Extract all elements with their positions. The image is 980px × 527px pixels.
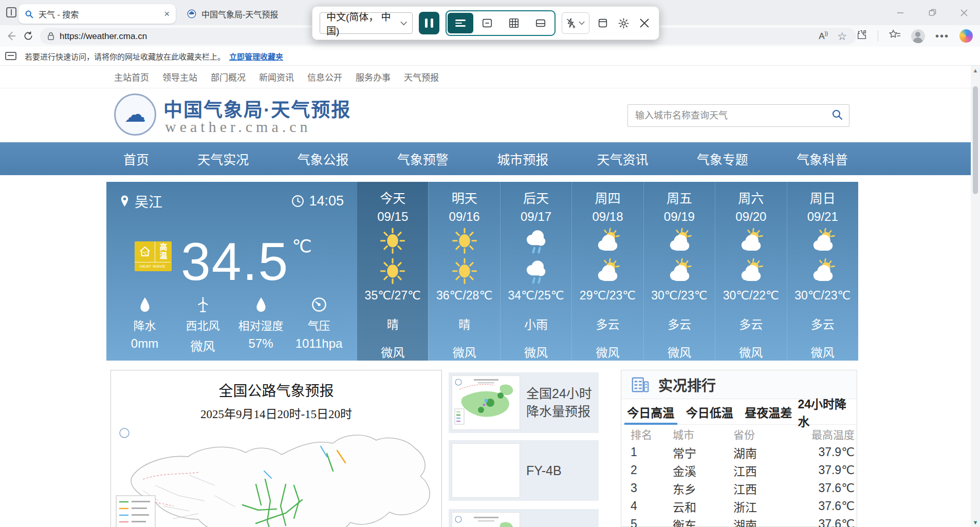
search-icon[interactable] bbox=[831, 109, 843, 122]
stat-wind: 西北风 微风 bbox=[174, 296, 232, 354]
site-nav-overview[interactable]: 部门概况 bbox=[211, 70, 246, 83]
forecast-date: 09/15 bbox=[377, 210, 408, 224]
favorite-star-icon[interactable]: ☆ bbox=[837, 30, 847, 43]
forecast-day: 周六 bbox=[738, 188, 764, 206]
toolbar-right-icons: ••• bbox=[856, 27, 973, 45]
forecast-column[interactable]: 明天 09/16 36℃/28℃ 晴 微风 bbox=[428, 182, 500, 361]
language-select[interactable]: 中文(简体， 中国) bbox=[320, 12, 413, 34]
site-nav-info[interactable]: 信息公开 bbox=[307, 70, 342, 83]
forecast-condition: 多云 bbox=[811, 315, 835, 332]
observation-time: 14:05 bbox=[309, 193, 344, 209]
ranking-tabs: 今日高温 今日低温 昼夜温差 24小时降水 bbox=[621, 399, 857, 425]
site-nav-forecast[interactable]: 天气预报 bbox=[404, 70, 439, 83]
close-window-button[interactable] bbox=[948, 0, 980, 25]
table-row[interactable]: 4云和 浙江37.6℃ bbox=[621, 497, 857, 515]
road-weather-map-card[interactable]: 全国公路气象预报 2025年9月14日20时-15日20时 bbox=[110, 370, 442, 527]
minimize-button[interactable] bbox=[884, 0, 916, 25]
scrollbar-thumb[interactable] bbox=[973, 86, 978, 194]
tab-cma-weather[interactable]: 中国气象局-天气预报 bbox=[181, 4, 309, 24]
site-nav-services[interactable]: 服务办事 bbox=[356, 70, 391, 83]
forecast-column[interactable]: 周日 09/21 30℃/23℃ 多云 微风 bbox=[787, 182, 858, 361]
satellite-image-card[interactable]: FY-4B bbox=[449, 440, 599, 501]
heat-wave-warning-badge[interactable]: ℃ 高温 HEAT WAVE bbox=[135, 241, 172, 271]
copilot-icon[interactable] bbox=[959, 29, 973, 43]
open-in-window-icon[interactable] bbox=[596, 14, 610, 32]
svg-text:℃: ℃ bbox=[142, 251, 147, 256]
forecast-condition: 多云 bbox=[739, 315, 763, 332]
nav-special-topics[interactable]: 气象专题 bbox=[688, 149, 757, 168]
forecast-temps: 30℃/23℃ bbox=[651, 289, 707, 303]
city-search-input[interactable] bbox=[628, 110, 831, 121]
tab-today-low[interactable]: 今日低温 bbox=[680, 399, 739, 424]
nav-science[interactable]: 气象科普 bbox=[787, 149, 857, 168]
pause-button[interactable] bbox=[419, 12, 439, 34]
table-row[interactable]: 1常宁 湖南37.9℃ bbox=[621, 443, 857, 461]
tab-search[interactable]: 天气 - 搜索 × bbox=[19, 4, 176, 24]
sunny-icon bbox=[379, 228, 406, 254]
refresh-icon[interactable] bbox=[20, 27, 37, 45]
tab-day-night-diff[interactable]: 昼夜温差 bbox=[739, 399, 798, 424]
collapse-view-button[interactable] bbox=[474, 13, 500, 33]
current-temperature: 34.5℃ bbox=[181, 228, 310, 295]
scroll-down-icon[interactable]: ▼ bbox=[971, 518, 980, 527]
profile-avatar[interactable] bbox=[911, 29, 925, 43]
back-icon[interactable] bbox=[2, 27, 20, 45]
flash-options-button[interactable] bbox=[562, 12, 589, 34]
table-row[interactable]: 3东乡 江西37.6℃ bbox=[621, 479, 857, 497]
manage-favorites-link[interactable]: 立即管理收藏夹 bbox=[229, 51, 283, 62]
current-stats: 降水 0mm 西北风 微风 相对湿度 57% 气压 1011hpa bbox=[116, 296, 348, 354]
browser-menu-icon[interactable]: ••• bbox=[935, 30, 949, 42]
gear-icon[interactable] bbox=[616, 14, 631, 32]
pressure-gauge-icon bbox=[311, 296, 327, 313]
text-lines-icon bbox=[455, 18, 466, 28]
forecast-column-today[interactable]: 今天 09/15 35℃/27℃ 晴 微风 bbox=[357, 182, 428, 361]
translate-toolbar-popup: 中文(简体， 中国) bbox=[312, 6, 659, 40]
forecast-wind: 微风 bbox=[596, 343, 619, 361]
nav-live-weather[interactable]: 天气实况 bbox=[188, 149, 258, 168]
box-minus-icon bbox=[482, 17, 493, 29]
favorites-bar: 若要进行快速访问，请将你的网址收藏放在此收藏夹栏上。 立即管理收藏夹 bbox=[0, 47, 980, 66]
table-row[interactable]: 5衡东 湖南37.6℃ bbox=[621, 515, 857, 527]
panel-view-button[interactable] bbox=[528, 13, 553, 33]
tab-24h-precip[interactable]: 24小时降水 bbox=[798, 399, 857, 424]
forecast-day: 周五 bbox=[667, 188, 692, 206]
scroll-up-icon[interactable]: ▲ bbox=[971, 66, 980, 75]
partly-cloudy-icon bbox=[666, 228, 693, 254]
forecast-column[interactable]: 周四 09/18 29℃/23℃ 多云 微风 bbox=[571, 182, 643, 361]
page-scrollbar[interactable]: ▲ ▼ bbox=[971, 66, 980, 527]
restore-button[interactable] bbox=[916, 0, 948, 25]
close-tab-icon[interactable]: × bbox=[164, 9, 170, 18]
forecast-column[interactable]: 后天 09/17 34℃/25℃ 小雨 微风 bbox=[500, 182, 571, 361]
table-row[interactable]: 2金溪 江西37.9℃ bbox=[621, 461, 857, 479]
collections-icon[interactable] bbox=[889, 29, 901, 43]
site-nav-home[interactable]: 主站首页 bbox=[114, 70, 149, 83]
grid-view-button[interactable] bbox=[501, 13, 527, 33]
search-icon bbox=[25, 10, 33, 18]
nav-weather-news[interactable]: 天气资讯 bbox=[587, 149, 657, 168]
sunny-icon bbox=[379, 258, 406, 285]
favorites-folder-icon bbox=[5, 52, 16, 60]
ranking-title: 实况排行 bbox=[658, 374, 716, 395]
read-aloud-icon[interactable]: A)) bbox=[819, 31, 828, 42]
ranking-table-icon bbox=[631, 375, 650, 394]
media-card-partial[interactable] bbox=[449, 509, 599, 527]
tab-today-high[interactable]: 今日高温 bbox=[621, 399, 680, 424]
forecast-column[interactable]: 周五 09/19 30℃/23℃ 多云 微风 bbox=[643, 182, 715, 361]
city-search-box[interactable] bbox=[627, 104, 849, 127]
forecast-column[interactable]: 周六 09/20 30℃/22℃ 多云 微风 bbox=[715, 182, 786, 361]
close-popup-icon[interactable] bbox=[637, 14, 652, 32]
nav-home[interactable]: 首页 bbox=[114, 149, 158, 168]
nav-warning[interactable]: 气象预警 bbox=[388, 149, 458, 168]
current-city[interactable]: 吴江 bbox=[135, 191, 162, 211]
favorites-message: 若要进行快速访问，请将你的网址收藏放在此收藏夹栏上。 bbox=[25, 51, 225, 62]
precipitation-forecast-card[interactable]: 全国24小时降水量预报 bbox=[449, 372, 599, 433]
site-nav-leader[interactable]: 领导主站 bbox=[162, 70, 197, 83]
nav-bulletin[interactable]: 气象公报 bbox=[288, 149, 358, 168]
nav-city-forecast[interactable]: 城市预报 bbox=[488, 149, 558, 168]
forecast-temps: 35℃/27℃ bbox=[365, 289, 421, 303]
partly-cloudy-icon bbox=[594, 228, 621, 254]
text-view-button[interactable] bbox=[448, 13, 473, 33]
site-nav-news[interactable]: 新闻资讯 bbox=[259, 70, 294, 83]
extensions-icon[interactable] bbox=[856, 29, 867, 43]
tab-actions-icon[interactable] bbox=[6, 7, 16, 17]
